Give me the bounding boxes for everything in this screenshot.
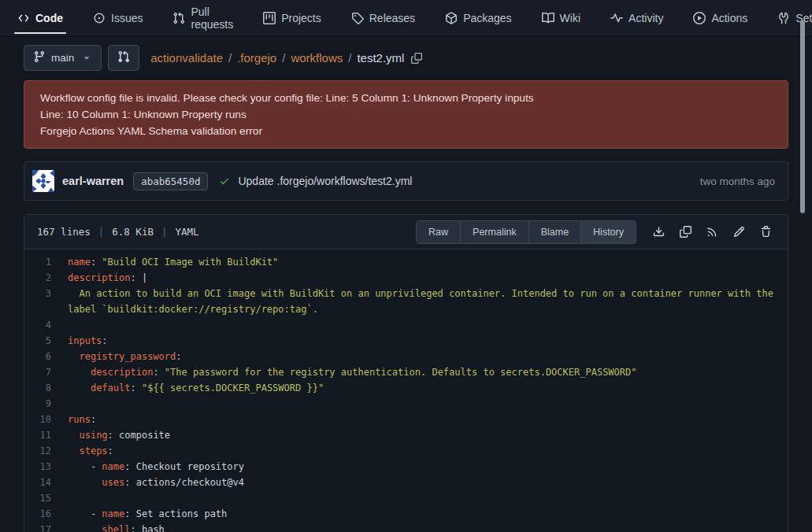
caret-slot	[81, 53, 92, 64]
copy-content-button[interactable]	[680, 226, 691, 238]
commit-author[interactable]: earl-warren	[62, 175, 124, 187]
tab-code[interactable]: Code	[14, 0, 66, 36]
code-token: registry_password	[79, 351, 176, 362]
breadcrumb-separator: /	[343, 51, 357, 65]
error-line: Workflow config file is invalid. Please …	[40, 90, 772, 106]
tools-icon	[777, 12, 790, 24]
line-code-content: default: "${{ secrets.DOCKER_PASSWORD }}…	[68, 380, 788, 396]
tab-releases[interactable]: Releases	[348, 0, 418, 36]
latest-commit: earl-warren abab65450d Update .forgejo/w…	[24, 161, 788, 201]
tab-pull-requests[interactable]: Pull requests	[169, 0, 236, 36]
raw-button[interactable]: Raw	[417, 221, 460, 243]
code-token: :	[124, 508, 135, 519]
line-number[interactable]: 12	[24, 443, 68, 459]
rss-feed-button[interactable]	[706, 226, 718, 238]
code-token: Checkout repository	[136, 461, 244, 472]
compare-button[interactable]	[108, 45, 139, 71]
line-number[interactable]: 14	[24, 475, 68, 490]
code-token	[68, 477, 102, 488]
line-number[interactable]: 11	[24, 427, 68, 443]
line-number[interactable]: 5	[24, 333, 68, 349]
package-icon	[445, 12, 458, 24]
line-code-content: description: |	[68, 270, 788, 286]
tab-label: Code	[35, 12, 63, 24]
pull-request-icon	[172, 12, 185, 24]
code-token: |	[142, 272, 147, 283]
code-token	[68, 430, 79, 441]
line-number[interactable]: 2	[24, 270, 68, 286]
book-icon	[542, 12, 554, 24]
blame-button[interactable]: Blame	[528, 221, 580, 243]
download-icon	[653, 226, 665, 238]
code-token: name	[68, 257, 91, 268]
file-meta: 167 lines|6.8 KiB|YAML	[32, 226, 199, 238]
edit-icon	[733, 226, 745, 238]
tab-issues[interactable]: Issues	[90, 0, 146, 36]
tab-label: Pull requests	[191, 6, 233, 31]
line-number[interactable]: 16	[24, 506, 68, 522]
code-token: :	[130, 524, 141, 532]
line-number[interactable]: 6	[24, 349, 68, 364]
code-token: :	[124, 461, 135, 472]
line-number[interactable]: 7	[24, 364, 68, 380]
tab-label: Projects	[281, 12, 321, 24]
copy-path-button[interactable]	[411, 53, 422, 64]
tab-projects[interactable]: Projects	[260, 0, 324, 36]
line-number[interactable]: 15	[24, 490, 68, 506]
commit-sha-badge[interactable]: abab65450d	[133, 172, 208, 190]
commit-status-check-slot[interactable]	[219, 175, 230, 187]
tab-actions[interactable]: Actions	[690, 0, 751, 36]
tab-packages[interactable]: Packages	[442, 0, 514, 36]
code-line: 13 - name: Checkout repository	[24, 459, 788, 475]
code-line: 8 default: "${{ secrets.DOCKER_PASSWORD …	[24, 380, 788, 396]
branch-bar: main actionvalidate/.forgejo/workflows/t…	[24, 45, 788, 71]
line-number[interactable]: 10	[24, 412, 68, 427]
branch-name: main	[51, 52, 74, 64]
play-icon	[693, 12, 706, 24]
line-number[interactable]: 17	[24, 522, 68, 532]
tab-wiki[interactable]: Wiki	[539, 0, 584, 36]
line-code-content: uses: actions/checkout@v4	[68, 475, 788, 490]
code-token: inputs	[68, 335, 102, 346]
code-line: 5inputs:	[24, 333, 788, 349]
code-token: -	[68, 508, 102, 519]
permalink-button[interactable]: Permalink	[460, 221, 528, 243]
code-token: :	[176, 351, 181, 362]
code-token: composite	[119, 430, 170, 441]
code-token: steps	[79, 445, 107, 456]
line-code-content: name: "Build OCI Image with BuildKit"	[68, 254, 788, 270]
file-meta-item: YAML	[175, 226, 198, 238]
branch-select-button[interactable]: main	[24, 45, 102, 71]
tab-label: Activity	[628, 12, 663, 24]
code-token: description	[91, 367, 153, 378]
delete-file-button[interactable]	[760, 226, 772, 238]
line-code-content: inputs:	[68, 333, 788, 349]
breadcrumb-link--forgejo[interactable]: .forgejo	[237, 51, 276, 65]
commit-message[interactable]: Update .forgejo/workflows/test2.yml	[238, 175, 412, 187]
delete-icon	[760, 226, 772, 238]
line-number[interactable]: 1	[24, 254, 68, 270]
history-button[interactable]: History	[580, 221, 636, 243]
breadcrumb-link-workflows[interactable]: workflows	[291, 51, 343, 65]
line-number[interactable]: 9	[24, 396, 68, 412]
line-number[interactable]: 4	[24, 317, 68, 333]
download-button[interactable]	[653, 226, 665, 238]
line-code-content: using: composite	[68, 427, 788, 443]
line-number[interactable]: 8	[24, 380, 68, 396]
tab-activity[interactable]: Activity	[607, 0, 666, 36]
edit-file-button[interactable]	[733, 226, 745, 238]
code-line: 7 description: "The password for the reg…	[24, 364, 788, 380]
code-line: 9	[24, 396, 788, 412]
breadcrumb-link-actionvalidate[interactable]: actionvalidate	[150, 51, 223, 65]
page-scrollbar[interactable]	[800, 20, 805, 213]
code-line: 12 steps:	[24, 443, 788, 459]
code-line: 2description: |	[24, 270, 788, 286]
line-number[interactable]: 3	[24, 286, 68, 317]
code-line: 6 registry_password:	[24, 349, 788, 364]
avatar[interactable]	[32, 170, 54, 192]
line-number[interactable]: 13	[24, 459, 68, 475]
line-code-content: description: "The password for the regis…	[68, 364, 788, 380]
line-code-content: steps:	[68, 443, 788, 459]
tab-settings[interactable]: Settings	[774, 0, 812, 36]
breadcrumb-current-file: test2.yml	[357, 51, 404, 65]
